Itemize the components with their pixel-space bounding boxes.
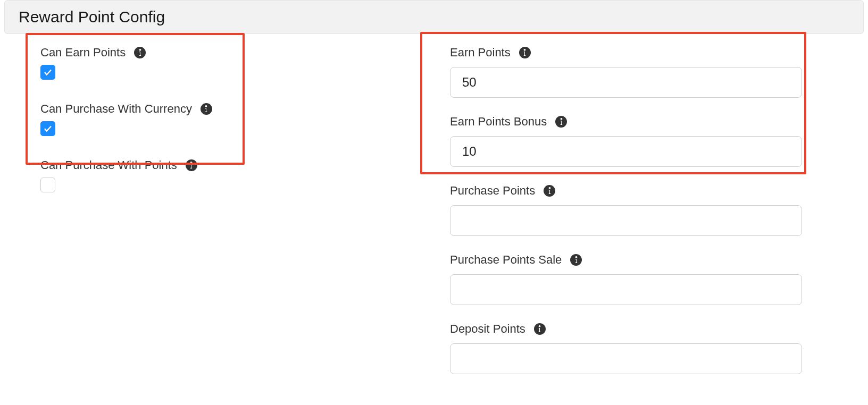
input-earn-points[interactable] bbox=[450, 67, 802, 98]
info-icon[interactable] bbox=[570, 254, 582, 266]
label-earn-points: Earn Points bbox=[450, 46, 511, 60]
info-icon[interactable] bbox=[534, 323, 546, 335]
input-deposit-points[interactable] bbox=[450, 343, 802, 374]
form-content: Can Earn Points Can Purchase With Curren… bbox=[0, 34, 868, 391]
input-earn-points-bonus[interactable] bbox=[450, 136, 802, 167]
checkbox-can-purchase-with-currency[interactable] bbox=[40, 121, 55, 136]
section-header: Reward Point Config bbox=[4, 0, 864, 34]
info-icon[interactable] bbox=[519, 47, 531, 58]
field-can-purchase-with-points: Can Purchase With Points bbox=[40, 158, 388, 195]
field-can-earn-points: Can Earn Points bbox=[40, 46, 388, 80]
info-icon[interactable] bbox=[201, 103, 212, 115]
label-can-purchase-with-currency: Can Purchase With Currency bbox=[40, 102, 192, 116]
field-purchase-points-sale: Purchase Points Sale bbox=[450, 253, 802, 305]
input-purchase-points-sale[interactable] bbox=[450, 274, 802, 305]
field-can-purchase-with-currency: Can Purchase With Currency bbox=[40, 102, 388, 136]
label-can-earn-points: Can Earn Points bbox=[40, 46, 126, 60]
field-deposit-points: Deposit Points bbox=[450, 322, 802, 374]
page-title: Reward Point Config bbox=[19, 8, 849, 26]
info-icon[interactable] bbox=[186, 159, 197, 171]
info-icon[interactable] bbox=[544, 185, 555, 197]
label-can-purchase-with-points: Can Purchase With Points bbox=[40, 158, 177, 172]
field-earn-points-bonus: Earn Points Bonus bbox=[450, 115, 802, 167]
field-earn-points: Earn Points bbox=[450, 46, 802, 98]
right-column: Earn Points Earn Points Bonus bbox=[424, 34, 868, 391]
label-purchase-points-sale: Purchase Points Sale bbox=[450, 253, 562, 267]
label-purchase-points: Purchase Points bbox=[450, 184, 535, 198]
field-purchase-points: Purchase Points bbox=[450, 184, 802, 236]
checkbox-can-purchase-with-points[interactable] bbox=[40, 178, 55, 192]
label-earn-points-bonus: Earn Points Bonus bbox=[450, 115, 547, 129]
checkbox-can-earn-points[interactable] bbox=[40, 65, 55, 80]
info-icon[interactable] bbox=[555, 116, 567, 128]
input-purchase-points[interactable] bbox=[450, 205, 802, 236]
info-icon[interactable] bbox=[134, 47, 146, 58]
label-deposit-points: Deposit Points bbox=[450, 322, 525, 336]
left-column: Can Earn Points Can Purchase With Curren… bbox=[0, 34, 424, 391]
